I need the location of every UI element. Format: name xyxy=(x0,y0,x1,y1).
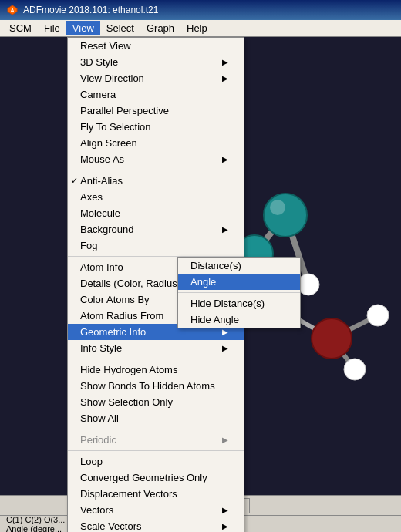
menu-show-selection[interactable]: Show Selection Only xyxy=(68,394,244,410)
menu-align-screen[interactable]: Align Screen xyxy=(68,135,244,151)
svg-point-14 xyxy=(367,305,389,326)
separator xyxy=(178,292,300,293)
svg-point-11 xyxy=(312,318,352,359)
submenu-arrow: ▶ xyxy=(222,522,228,530)
menu-select[interactable]: Select xyxy=(100,21,140,35)
menu-show-all[interactable]: Show All xyxy=(68,410,244,426)
menu-info-style[interactable]: Info Style ▶ xyxy=(68,340,244,356)
menu-view-direction[interactable]: View Direction ▶ xyxy=(68,70,244,86)
menu-file[interactable]: File xyxy=(38,21,66,35)
menu-axes[interactable]: Axes xyxy=(68,189,244,205)
svg-text:A: A xyxy=(10,8,14,13)
menu-reset-view[interactable]: Reset View xyxy=(68,38,244,54)
menu-fly-to-selection[interactable]: Fly To Selection xyxy=(68,119,244,135)
svg-point-15 xyxy=(344,359,366,380)
menu-vectors[interactable]: Vectors ▶ xyxy=(68,502,244,518)
submenu-arrow: ▶ xyxy=(222,344,228,352)
submenu-distances[interactable]: Distance(s) xyxy=(178,258,300,274)
menu-camera[interactable]: Camera xyxy=(68,86,244,103)
app-icon: A xyxy=(6,4,19,16)
svg-point-9 xyxy=(264,194,307,237)
title-bar: A ADFmovie 2018.101: ethanol.t21 xyxy=(0,0,401,20)
submenu-arrow: ▶ xyxy=(222,506,228,514)
menu-graph[interactable]: Graph xyxy=(140,21,180,35)
svg-point-16 xyxy=(270,200,285,215)
submenu-angle[interactable]: Angle xyxy=(178,274,300,290)
menu-anti-alias[interactable]: Anti-Alias xyxy=(68,173,244,189)
submenu-arrow: ▶ xyxy=(222,225,228,234)
geometric-info-submenu: Distance(s) Angle Hide Distance(s) Hide … xyxy=(177,257,301,328)
menu-scale-vectors[interactable]: Scale Vectors ▶ xyxy=(68,518,244,532)
submenu-arrow: ▶ xyxy=(222,58,228,66)
menu-help[interactable]: Help xyxy=(180,21,214,35)
separator xyxy=(68,170,244,170)
submenu-arrow: ▶ xyxy=(222,328,228,336)
separator xyxy=(68,450,244,451)
menu-show-bonds[interactable]: Show Bonds To Hidden Atoms xyxy=(68,378,244,394)
separator xyxy=(68,429,244,429)
window-title: ADFmovie 2018.101: ethanol.t21 xyxy=(23,5,158,15)
svg-point-12 xyxy=(298,274,319,295)
menu-scm[interactable]: SCM xyxy=(3,21,38,35)
menu-parallel-perspective[interactable]: Parallel Perspective xyxy=(68,103,244,119)
menu-displacement-vectors[interactable]: Displacement Vectors xyxy=(68,486,244,502)
main-area: Reset View 3D Style ▶ View Direction ▶ C… xyxy=(0,37,401,532)
menu-bar: SCM File View Select Graph Help xyxy=(0,20,401,37)
menu-loop[interactable]: Loop xyxy=(68,453,244,470)
menu-background[interactable]: Background ▶ xyxy=(68,221,244,237)
submenu-arrow: ▶ xyxy=(222,436,228,444)
menu-mouse-as[interactable]: Mouse As ▶ xyxy=(68,151,244,167)
menu-3d-style[interactable]: 3D Style ▶ xyxy=(68,54,244,70)
submenu-hide-angle[interactable]: Hide Angle xyxy=(178,311,300,328)
submenu-arrow: ▶ xyxy=(222,155,228,163)
menu-hide-hydrogen[interactable]: Hide Hydrogen Atoms xyxy=(68,362,244,378)
menu-view[interactable]: View xyxy=(66,21,100,35)
menu-converged[interactable]: Converged Geometries Only xyxy=(68,470,244,486)
menu-periodic[interactable]: Periodic ▶ xyxy=(68,432,244,448)
menu-molecule[interactable]: Molecule xyxy=(68,205,244,221)
submenu-hide-distance[interactable]: Hide Distance(s) xyxy=(178,295,300,311)
menu-fog[interactable]: Fog xyxy=(68,237,244,254)
separator xyxy=(68,359,244,359)
submenu-arrow: ▶ xyxy=(222,74,228,82)
